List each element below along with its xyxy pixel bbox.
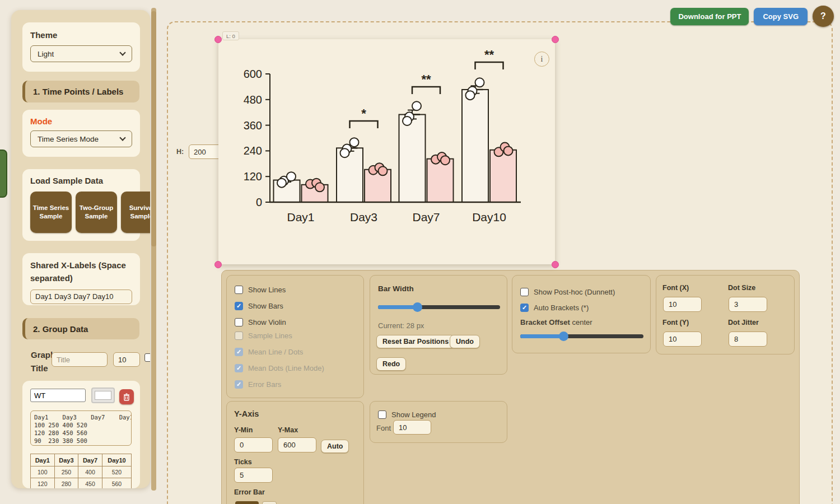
show-violin-row: Show Violin (235, 318, 286, 326)
graph-title-font-input[interactable] (113, 352, 140, 367)
theme-label: Theme (30, 30, 132, 40)
undo-button[interactable]: Undo (450, 335, 480, 348)
bracket-offset-value: center (572, 318, 592, 326)
chevron-down-icon (119, 134, 125, 141)
group-data-textarea[interactable]: Day1 Day3 Day7 Day10 100 250 400 520 120… (30, 410, 132, 446)
mean-dots-line-mode-row: Mean Dots (Line Mode) (235, 364, 324, 372)
graph-title-input[interactable] (52, 352, 108, 367)
y-max-input[interactable] (278, 437, 316, 452)
xlabels-card: Shared X-Labels (Space separated) (22, 253, 140, 305)
two-group-sample-button[interactable]: Two-Group Sample (76, 192, 117, 233)
bracket-offset-slider-thumb[interactable] (559, 332, 568, 341)
show-bars-checkbox[interactable] (235, 302, 243, 310)
section-time-points[interactable]: 1. Time Points / Labels (22, 81, 139, 102)
bar-width-slider-thumb[interactable] (413, 302, 422, 312)
show-legend-checkbox[interactable] (378, 410, 386, 419)
auto-brackets-row: Auto Brackets (*) (520, 304, 589, 312)
group-name-input[interactable] (30, 389, 86, 402)
group-color-picker[interactable] (91, 388, 115, 403)
sample-lines-row: Sample Lines (235, 332, 292, 340)
scrollbar-thumb[interactable] (151, 11, 156, 246)
resize-handle-bottom-right[interactable] (552, 261, 559, 268)
sample-data-card: Load Sample Data Time Series Sample Two-… (22, 169, 140, 241)
svg-text:480: 480 (244, 94, 262, 106)
error-bar-option-button-2[interactable] (262, 501, 277, 504)
mean-line-dots-checkbox[interactable] (235, 348, 243, 356)
trash-icon (123, 393, 130, 401)
show-lines-row: Show Lines (235, 286, 286, 294)
font-x-label: Font (X) (662, 284, 689, 292)
mean-dots-checkbox[interactable] (235, 364, 243, 372)
error-bar-option-button[interactable] (235, 501, 259, 504)
group-data-table: Day1 Day3 Day7 Day10 1002504005201202804… (30, 454, 132, 488)
svg-text:120: 120 (244, 170, 262, 183)
layer-label: L: 0 (222, 31, 239, 40)
resize-handle-bottom-left[interactable] (214, 261, 222, 268)
y-min-input[interactable] (234, 437, 273, 452)
dot-size-label: Dot Size (728, 284, 755, 292)
ticks-input[interactable] (234, 468, 273, 483)
auto-brackets-checkbox[interactable] (520, 304, 529, 312)
graph-title-checkbox[interactable] (144, 353, 150, 362)
info-icon[interactable]: i (534, 52, 549, 67)
font-x-input[interactable] (663, 297, 702, 312)
svg-text:600: 600 (244, 68, 262, 80)
download-ppt-button[interactable]: Download for PPT (670, 8, 749, 25)
legend-font-input[interactable] (393, 420, 431, 435)
sidebar-scrollbar[interactable] (151, 8, 156, 491)
font-y-label: Font (Y) (662, 319, 689, 326)
svg-text:Day7: Day7 (412, 211, 440, 223)
font-y-input[interactable] (663, 332, 702, 347)
svg-text:Day3: Day3 (350, 211, 377, 223)
dot-size-input[interactable] (729, 297, 767, 312)
resize-handle-top-right[interactable] (552, 36, 559, 43)
theme-select[interactable]: Light (30, 45, 132, 62)
table-row: 120280450560 (31, 478, 132, 489)
bar-width-slider[interactable] (378, 302, 500, 312)
y-axis-title: Y-Axis (234, 409, 259, 418)
show-legend-row: Show Legend (378, 410, 436, 419)
survival-sample-button[interactable]: Survival Sample (121, 192, 150, 233)
copy-svg-button[interactable]: Copy SVG (754, 8, 808, 25)
mode-select[interactable]: Time Series Mode (30, 130, 132, 147)
show-lines-checkbox[interactable] (235, 286, 243, 294)
display-options-panel: Show Lines Show Bars Show Violin Sample … (226, 275, 364, 398)
reset-bar-positions-button[interactable]: Reset Bar Positions (376, 335, 455, 348)
ticks-label: Ticks (234, 458, 252, 466)
sample-lines-checkbox[interactable] (235, 332, 243, 340)
time-series-sample-button[interactable]: Time Series Sample (30, 192, 72, 233)
theme-card: Theme Light (22, 22, 140, 72)
collapsed-side-tab[interactable] (0, 150, 7, 198)
mode-card: Mode Time Series Mode (22, 110, 140, 157)
chart-panel[interactable]: 0120240360480600Day1Day3Day7Day10***** (218, 39, 555, 264)
section-group-data[interactable]: 2. Group Data (22, 318, 139, 339)
y-axis-panel: Y-Axis Y-Min Y-Max Auto Ticks Error Bar (226, 401, 364, 504)
error-bars-checkbox[interactable] (235, 380, 243, 389)
error-bar-label: Error Bar (234, 488, 265, 496)
show-posthoc-checkbox[interactable] (520, 288, 529, 296)
dot-jitter-input[interactable] (729, 332, 767, 347)
posthoc-panel: Show Post-hoc (Dunnett) Auto Brackets (*… (512, 275, 651, 353)
show-violin-checkbox[interactable] (235, 318, 243, 326)
xlabels-input[interactable] (30, 290, 132, 304)
app-root: Download for PPT Copy SVG ? H: L: 0 0120… (0, 0, 840, 504)
svg-text:360: 360 (244, 119, 262, 132)
y-max-label: Y-Max (278, 426, 298, 434)
svg-text:**: ** (421, 72, 431, 86)
redo-button[interactable]: Redo (376, 357, 406, 371)
color-swatch (95, 391, 111, 400)
table-header-row: Day1 Day3 Day7 Day10 (31, 454, 132, 466)
bar-width-panel: Bar Width Current: 28 px Reset Bar Posit… (370, 275, 507, 375)
theme-value: Light (38, 50, 54, 58)
bracket-offset-label: Bracket Offset center (520, 318, 592, 326)
controls-container: Show Lines Show Bars Show Violin Sample … (221, 270, 800, 504)
delete-group-button[interactable] (119, 389, 134, 404)
bracket-offset-slider[interactable] (520, 332, 643, 341)
sample-data-label: Load Sample Data (30, 176, 132, 185)
bar-width-title: Bar Width (378, 284, 414, 293)
help-button[interactable]: ? (813, 6, 834, 27)
resize-handle-top-left[interactable] (214, 36, 222, 43)
legend-font-label: Font (376, 424, 391, 432)
y-auto-button[interactable]: Auto (321, 440, 349, 453)
svg-text:**: ** (484, 48, 494, 62)
